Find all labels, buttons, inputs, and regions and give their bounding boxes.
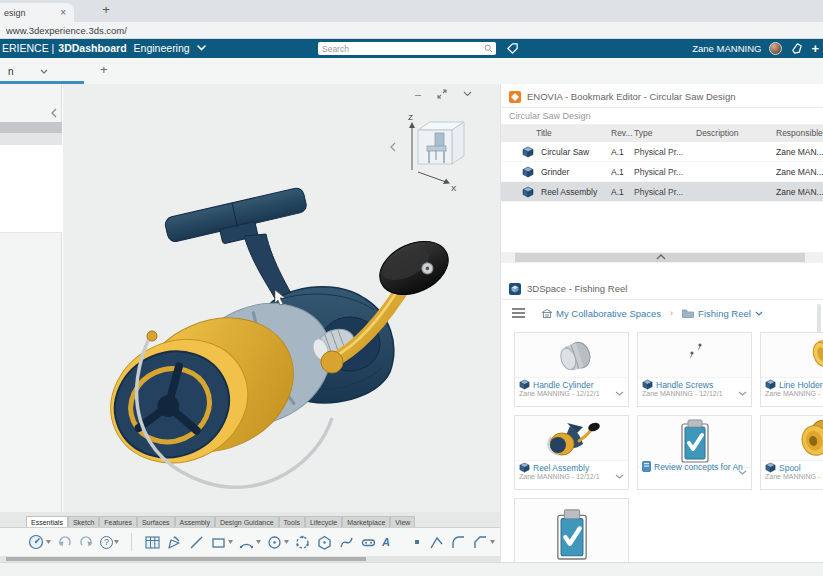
corner-trim-icon[interactable] [428,534,445,551]
brand-area[interactable]: ERIENCE | 3DDashboard Engineering [2,42,206,54]
text-tool-icon[interactable]: A [382,536,390,548]
bottom-page-strip [0,562,823,576]
column-rev[interactable]: Rev... [611,128,633,138]
3d-viewport[interactable]: – Z X [63,84,500,562]
part-cube-icon [765,379,776,390]
tab-surfaces[interactable]: Surfaces [137,516,175,527]
chevron-down-icon[interactable] [738,470,747,475]
slot-icon[interactable] [360,534,377,551]
panel-splitter-scrollbar[interactable] [501,252,823,263]
tab-sketch[interactable]: Sketch [68,516,99,527]
enovia-panel-header[interactable]: ENOVIA - Bookmark Editor - Circular Saw … [501,86,823,108]
sketch-icon[interactable] [166,534,183,551]
tab-essentials[interactable]: Essentials [26,516,68,527]
tile-title[interactable]: Handle Screws [656,380,713,390]
tile-review-task[interactable] [514,498,629,562]
column-title[interactable]: Title [536,128,552,138]
building-icon [542,309,552,318]
chevron-down-icon[interactable] [615,474,624,479]
table-row[interactable]: Circular Saw A.1 Physical Pr... Zane MAN… [501,142,823,162]
fishing-reel-model[interactable] [68,140,478,540]
line-icon[interactable] [188,534,205,551]
launcher-icon[interactable] [28,534,51,551]
column-responsible[interactable]: Responsible [776,128,823,138]
tab-features[interactable]: Features [99,516,137,527]
rectangle-icon[interactable] [210,534,233,551]
tile-line-holder[interactable]: Line Holder Zane MANNING - 12/12/1 [760,332,823,407]
breadcrumb-current[interactable]: Fishing Reel [682,308,763,319]
tile-thumbnail [761,416,823,461]
tile-title[interactable]: Spool [779,463,801,473]
tab-view[interactable]: View [390,516,415,527]
tab-marketplace[interactable]: Marketplace [342,516,390,527]
tile-spool[interactable]: Spool Zane MANNING - 12/12/1 [760,415,823,490]
avatar[interactable] [769,42,782,55]
tile-title[interactable]: Handle Cylinder [533,380,593,390]
perimeter-circle-icon[interactable] [294,534,311,551]
search-input[interactable] [318,44,484,54]
add-content-button[interactable]: + [811,42,819,55]
polygon-icon[interactable] [316,534,333,551]
active-app-tab[interactable]: n [0,62,84,81]
undo-icon[interactable] [56,534,73,551]
user-name[interactable]: Zane MANNING [692,43,761,54]
redo-icon[interactable] [78,534,95,551]
tile-title[interactable]: Line Holder [779,380,822,390]
part-cube-icon [522,146,534,158]
table-row[interactable]: Grinder A.1 Physical Pr... Zane MAN... [501,162,823,182]
new-tab-button[interactable]: + [98,2,114,17]
hamburger-menu-icon[interactable] [512,308,525,318]
chevron-down-icon[interactable] [738,391,747,396]
global-search[interactable] [318,42,496,55]
tile-handle-screws[interactable]: Handle Screws Zane MANNING - 12/12/1 [637,332,752,407]
chevron-down-icon[interactable] [463,91,472,97]
expand-window-icon[interactable] [437,89,447,99]
assembly-cube-icon [519,462,530,473]
dashboard-name[interactable]: Engineering [134,42,190,54]
tile-meta: Zane MANNING - 12/12/1 [765,473,823,480]
circle-icon[interactable] [266,534,289,551]
table-row-selected[interactable]: Reel Assembly A.1 Physical Pr... Zane MA… [501,182,823,202]
help-icon[interactable]: ? [100,536,119,549]
tile-title[interactable]: Reel Assembly [533,463,589,473]
tile-review-concepts[interactable]: Review concepts for An [637,415,752,490]
tab-assembly[interactable]: Assembly [175,516,215,527]
notification-tag-icon[interactable] [790,42,803,55]
tab-lifecycle[interactable]: Lifecycle [305,516,342,527]
chevron-down-icon[interactable] [615,391,624,396]
tab-design-guidance[interactable]: Design Guidance [215,516,279,527]
fillet-icon[interactable] [450,534,467,551]
browser-url-bar[interactable]: www.3dexperience.3ds.com/ [0,22,823,39]
minimize-window-icon[interactable]: – [415,89,421,99]
new-app-tab-button[interactable]: + [100,62,108,77]
scrollbar-thumb[interactable] [6,557,366,561]
tile-handle-cylinder[interactable]: Handle Cylinder Zane MANNING - 12/12/1 [514,332,629,407]
point-icon[interactable] [411,536,423,548]
bookmark-table-header[interactable]: Title Rev... Type Description Responsibl… [501,125,823,142]
chamfer-icon[interactable] [472,534,495,551]
part-cube-icon [765,462,776,473]
tree-panel-header[interactable] [0,122,62,133]
column-type[interactable]: Type [634,128,652,138]
spline-icon[interactable] [338,534,355,551]
chevron-down-icon[interactable] [197,45,206,51]
breadcrumb-root[interactable]: My Collaborative Spaces [542,308,661,319]
tab-tools[interactable]: Tools [279,516,305,527]
tile-title[interactable]: Review concepts for An [654,462,743,472]
tag-icon[interactable] [506,42,519,55]
chevron-down-icon[interactable] [40,69,48,74]
arc-icon[interactable] [238,534,261,551]
search-icon[interactable] [484,44,493,53]
browser-tab[interactable]: esign × [0,3,74,22]
collapse-panel-icon[interactable] [51,108,57,118]
space-panel-header[interactable]: 3DSpace - Fishing Reel [501,278,823,300]
design-table-icon[interactable] [144,534,161,551]
collapse-up-icon[interactable] [656,254,666,260]
part-cube-icon [522,186,534,198]
column-description[interactable]: Description [696,128,739,138]
tile-reel-assembly[interactable]: Reel Assembly Zane MANNING - 12/12/1 [514,415,629,490]
left-tree-rail [0,84,62,562]
bookmark-breadcrumb[interactable]: Circular Saw Design [501,108,823,125]
app-tab-row: n + [0,58,823,84]
close-icon[interactable]: × [60,7,66,18]
